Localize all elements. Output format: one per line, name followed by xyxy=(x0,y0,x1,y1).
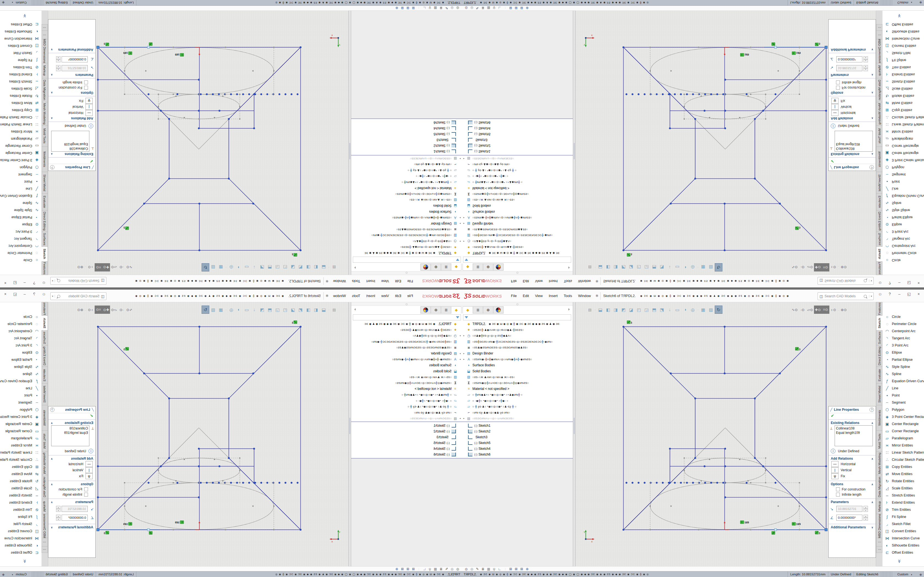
section-options[interactable]: Options xyxy=(831,482,843,486)
pane-splitter-line[interactable] xyxy=(462,155,573,156)
pin-icon[interactable]: ✱ xyxy=(326,294,329,298)
sketch-tool-item[interactable]: ⊏Offset Entities xyxy=(0,549,42,556)
section-add-relations[interactable]: Add Relations xyxy=(71,457,93,461)
ok-checkmark-button[interactable]: ✔ xyxy=(48,413,95,420)
filter-box[interactable] xyxy=(353,256,461,263)
tree-item[interactable]: ▸ ◷ ○Λ♟◉╬Ƨ5◦ƺ○◎○ƺ◦Ƨ5╬◉♟Λ○ xyxy=(462,239,573,245)
tree-item[interactable]: ⬓ Solid Bodies xyxy=(462,203,573,209)
status-cube-icon[interactable]: ◈ xyxy=(0,572,6,577)
units-dropdown[interactable]: Custom▴ xyxy=(6,572,32,577)
panel-expand-arrow[interactable]: › xyxy=(568,307,570,311)
chevron-up-icon[interactable]: ∧ xyxy=(871,483,873,486)
bottom-toolbar-icon[interactable]: ⊞ xyxy=(515,567,517,571)
sketch-tool-item[interactable]: ◔Partial Ellipse xyxy=(882,214,924,221)
section-existing-relations[interactable]: Existing Relations xyxy=(65,421,93,425)
section-parameters[interactable]: Parameters xyxy=(831,500,849,504)
tree-item[interactable]: ▸ ▤ ○Ƨ5ЗЄИNΑ∪◦○◎○◦∪ΑИNЗЄƧ5○ xyxy=(462,416,573,421)
window-control-button[interactable]: – xyxy=(895,292,904,296)
bottom-toolbar-icon[interactable]: ⊞ xyxy=(401,567,404,571)
command-tab[interactable]: Evaluate xyxy=(42,366,48,384)
sketch-tool-item[interactable]: ╱Line xyxy=(0,185,42,192)
manager-tab[interactable]: ◆ xyxy=(462,263,473,271)
option-row[interactable]: Infinite length xyxy=(829,492,876,497)
sketch-tool-item[interactable]: ┄Segment xyxy=(0,171,42,178)
bottom-toolbar-icon[interactable]: ◍ xyxy=(457,6,459,10)
add-relation-button[interactable]: —Horizontal xyxy=(829,461,876,467)
tree-item[interactable]: ◆ TЯPDL2. ◉ ЗЄ ◉ Ш ◉ ◎ ◉ ╬ ◉ ƆС ◉ ЗЄ ◉ ◆… xyxy=(462,321,573,327)
command-tab[interactable]: Data Migration xyxy=(42,475,48,499)
tree-item[interactable]: ▥ ○Ƨ5╬ЗЄƧ5○ИN◉◦╬ƆСЗЄNЗЄƧ5○◎○Ƨ5ЗЄЗЄNЗЄƆС╬… xyxy=(462,339,573,345)
section-options[interactable]: Options xyxy=(81,482,93,486)
bottom-toolbar-icon[interactable]: ⊞ xyxy=(401,6,404,10)
sketch-tool-item[interactable]: ◜3 Point Arc xyxy=(882,342,924,349)
bottom-toolbar-icon[interactable]: ▦ xyxy=(487,567,490,571)
bottom-toolbar-icon[interactable]: ≣ xyxy=(440,6,443,10)
bottom-toolbar-icon[interactable]: ≣ xyxy=(440,567,443,571)
option-row[interactable]: For construction xyxy=(829,487,876,492)
manager-tab[interactable]: ≣ xyxy=(441,306,451,314)
window-control-button[interactable]: – xyxy=(20,292,29,296)
sketch-tool-item[interactable]: ◝Tangent Arc xyxy=(882,235,924,242)
section-parameters[interactable]: Parameters xyxy=(75,500,93,504)
sketch-tool-item[interactable]: ◜3 Point Arc xyxy=(882,228,924,235)
sketch-tool-item[interactable]: ◔Partial Ellipse xyxy=(0,356,42,363)
bottom-toolbar-icon[interactable]: ⊞ xyxy=(407,6,409,10)
tree-item[interactable]: ◆ TЯPDL2. ◉ ЗЄ ◉ Ш ◉ ◎ ◉ ╬ ◉ ƆС ◉ ЗЄ ◉ ◆… xyxy=(351,250,462,256)
command-tab[interactable]: Sheet Metal xyxy=(42,383,48,405)
expander-icon[interactable]: ▸ xyxy=(464,352,467,355)
bottom-toolbar-icon[interactable]: ▦ xyxy=(434,6,437,10)
sketch-tool-item[interactable]: ▭Corner Rectangle xyxy=(0,142,42,150)
sketch-tool-item[interactable]: ƒEquation Driven Curve xyxy=(882,192,924,200)
sketch-tool-item[interactable]: ∿Style Spline xyxy=(882,363,924,371)
sketch-tool-item[interactable]: ⇄Move Entities xyxy=(882,471,924,477)
expander-icon[interactable]: ▸ xyxy=(464,358,467,361)
tree-item[interactable]: ◗ Surface Bodies xyxy=(462,209,573,215)
command-tab[interactable]: Mold Tools xyxy=(42,125,48,147)
manager-tab[interactable] xyxy=(420,306,431,314)
length-field[interactable]: 10.88152731 xyxy=(836,65,863,71)
expander-icon[interactable]: ▸ xyxy=(457,216,460,219)
window-control-button[interactable]: × xyxy=(0,292,10,296)
chevron-up-icon[interactable]: ∧ xyxy=(51,92,53,95)
sketch-tool-item[interactable]: ∿Spline xyxy=(882,200,924,206)
command-tab[interactable]: Surfaces xyxy=(42,232,48,247)
panel-grab-strip[interactable] xyxy=(462,302,573,306)
bottom-toolbar-icon[interactable]: ▦ xyxy=(434,567,437,571)
tree-item[interactable]: ▸ ▤ Design Binder xyxy=(462,221,573,227)
sketch-tree-item[interactable]: (-) Sketch1 xyxy=(351,422,462,428)
tree-item[interactable]: ▱ ○ ╬ ƺ6◦♟○ *◉Ι○◎○Ι◉* ○♟◦6ƺ ╬ ○ xyxy=(462,168,573,174)
pane-splitter-line[interactable] xyxy=(462,421,573,422)
chevron-down-icon[interactable]: ∨ xyxy=(51,48,53,52)
checkbox[interactable] xyxy=(84,493,88,496)
panel-splitter[interactable] xyxy=(349,302,351,567)
relation-entry[interactable]: Collinear108 xyxy=(836,426,871,430)
sketch-tool-item[interactable]: ╱Line xyxy=(882,385,924,392)
sketch-tool-item[interactable]: ⋈Intersection Curve xyxy=(882,35,924,42)
pane-splitter-line[interactable] xyxy=(351,118,462,119)
expander-icon[interactable]: ▸ xyxy=(464,222,467,225)
units-dropdown[interactable]: Custom▴ xyxy=(6,0,32,5)
sketch-tree-item[interactable]: (-) Sketch6 xyxy=(351,120,462,126)
window-control-button[interactable]: ? xyxy=(885,292,895,296)
sketch-tool-item[interactable]: ∷Linear Sketch Pattern xyxy=(0,449,42,456)
menu-item[interactable]: Window xyxy=(575,279,594,283)
command-tab[interactable]: Data Migration xyxy=(876,475,882,499)
tree-item[interactable]: ▸ ▤ ○Ƨ5ЗЄИNΑ∪◦○◎○◦∪ΑИNЗЄƧ5○ xyxy=(462,156,573,162)
sketch-tool-item[interactable]: ◔Partial Ellipse xyxy=(0,214,42,221)
search-box[interactable]: ◫ Search CAD Models ▾ xyxy=(50,292,107,300)
manager-tab[interactable]: ⊕ xyxy=(483,263,493,271)
menu-item[interactable]: View xyxy=(532,294,546,298)
sketch-tool-item[interactable]: ▪Point xyxy=(882,178,924,185)
sketch-tool-item[interactable]: ≍Mirror Entities xyxy=(0,128,42,135)
add-relation-button[interactable]: ψFix xyxy=(48,98,95,104)
tree-item[interactable]: ≡ Material < not specified > xyxy=(462,185,573,191)
sketch-tree-item[interactable]: (-) Sketch4 xyxy=(351,446,462,451)
panel-expand-arrow[interactable]: › xyxy=(354,266,356,270)
command-tab[interactable]: ⋮ xyxy=(876,24,882,31)
sketch-tool-item[interactable]: ↻Rotate Entities xyxy=(882,477,924,485)
expander-icon[interactable]: ▸ xyxy=(457,417,460,419)
tools-overflow-chevron[interactable]: ≫ xyxy=(23,14,27,18)
menu-item[interactable]: Window xyxy=(330,279,349,283)
menu-item[interactable]: Edit xyxy=(392,279,404,283)
menu-item[interactable]: Tools xyxy=(349,294,363,298)
